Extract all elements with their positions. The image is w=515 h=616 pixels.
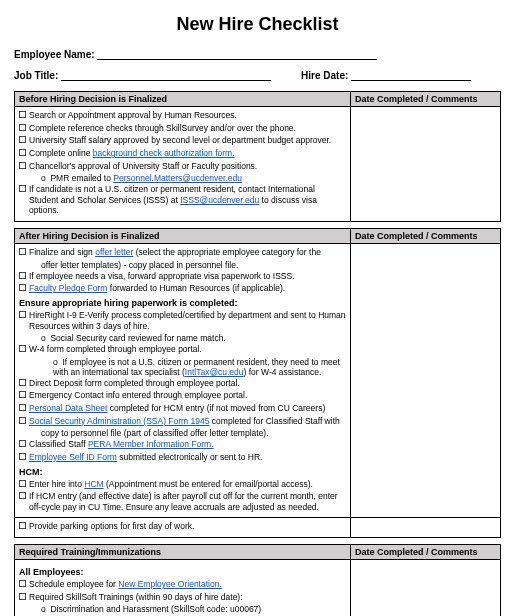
checkbox[interactable] — [19, 136, 26, 143]
ssa-form-link[interactable]: Social Security Administration (SSA) For… — [29, 416, 209, 426]
checkbox[interactable] — [19, 162, 26, 169]
job-title-label: Job Title: — [14, 70, 58, 81]
checkbox[interactable] — [19, 480, 26, 487]
hire-date-label: Hire Date: — [301, 70, 348, 81]
checkbox[interactable] — [19, 492, 26, 499]
training-header: Required Training/Immunizations — [15, 545, 351, 560]
section-training: Required Training/Immunizations Date Com… — [14, 544, 501, 616]
before-body: Search or Appointment approval by Human … — [15, 107, 351, 222]
comments-header: Date Completed / Comments — [351, 92, 501, 107]
checkbox[interactable] — [19, 404, 26, 411]
training-body: All Employees: Schedule employee for New… — [15, 560, 351, 617]
section-after-hiring: After Hiring Decision is Finalized Date … — [14, 228, 501, 538]
hcm-link[interactable]: HCM — [84, 479, 103, 489]
offer-letter-link[interactable]: offer letter — [95, 247, 133, 257]
employee-name-input[interactable] — [97, 59, 377, 60]
checkbox[interactable] — [19, 417, 26, 424]
checkbox[interactable] — [19, 124, 26, 131]
all-employees-subhead: All Employees: — [19, 567, 346, 577]
checkbox[interactable] — [19, 593, 26, 600]
checkbox[interactable] — [19, 379, 26, 386]
comments-header: Date Completed / Comments — [351, 229, 501, 244]
page-title: New Hire Checklist — [14, 14, 501, 35]
checkbox[interactable] — [19, 248, 26, 255]
after-row2-comments[interactable] — [351, 518, 501, 538]
after-comments[interactable] — [351, 244, 501, 518]
checkbox[interactable] — [19, 111, 26, 118]
section-before-hiring: Before Hiring Decision is Finalized Date… — [14, 91, 501, 222]
checkbox[interactable] — [19, 580, 26, 587]
pera-link[interactable]: PERA Member Information Form. — [88, 439, 214, 449]
checkbox[interactable] — [19, 185, 26, 192]
personal-data-link[interactable]: Personal Data Sheet — [29, 403, 107, 413]
checkbox[interactable] — [19, 345, 26, 352]
after-row2: Provide parking options for first day of… — [15, 518, 351, 538]
checkbox[interactable] — [19, 272, 26, 279]
checkbox[interactable] — [19, 453, 26, 460]
checkbox[interactable] — [19, 440, 26, 447]
checkbox[interactable] — [19, 284, 26, 291]
job-title-input[interactable] — [61, 80, 271, 81]
employee-name-label: Employee Name: — [14, 49, 95, 60]
before-header: Before Hiring Decision is Finalized — [15, 92, 351, 107]
training-comments[interactable] — [351, 560, 501, 617]
after-header: After Hiring Decision is Finalized — [15, 229, 351, 244]
hire-date-input[interactable] — [351, 80, 471, 81]
checkbox[interactable] — [19, 149, 26, 156]
paperwork-subhead: Ensure appropriate hiring paperwork is c… — [19, 298, 346, 308]
hcm-subhead: HCM: — [19, 467, 346, 477]
selfid-link[interactable]: Employee Self ID Form — [29, 452, 117, 462]
after-body: Finalize and sign offer letter (select t… — [15, 244, 351, 518]
job-title-field: Job Title: — [14, 70, 271, 81]
checkbox[interactable] — [19, 391, 26, 398]
hire-date-field: Hire Date: — [301, 70, 471, 81]
employee-name-field: Employee Name: — [14, 49, 501, 60]
before-comments[interactable] — [351, 107, 501, 222]
comments-header: Date Completed / Comments — [351, 545, 501, 560]
neo-link[interactable]: New Employee Orientation. — [118, 579, 221, 589]
pmr-email-link[interactable]: Personnel.Matters@ucdenver.edu — [113, 173, 242, 183]
checkbox[interactable] — [19, 311, 26, 318]
faculty-pledge-link[interactable]: Faculty Pledge Form — [29, 283, 107, 293]
intltax-link[interactable]: IntlTax@cu.edu — [185, 367, 244, 377]
checkbox[interactable] — [19, 522, 26, 529]
bg-check-link[interactable]: background check authorization form. — [93, 148, 235, 158]
isss-email-link[interactable]: ISSS@ucdenver.edu — [180, 195, 259, 205]
